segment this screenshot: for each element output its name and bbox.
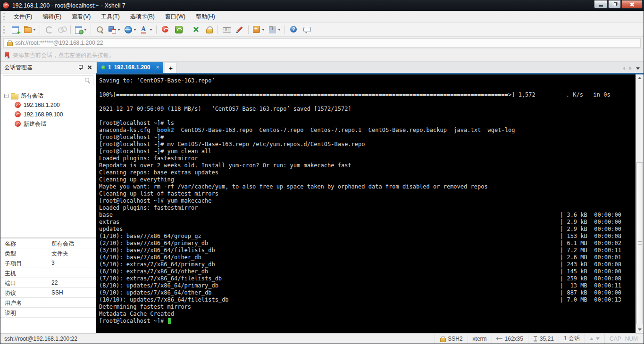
title-bar: 192.168.1.200 - root@localhost:~ - Xshel…	[0, 0, 644, 11]
arrow-down-icon[interactable]	[596, 337, 600, 340]
scroll-down-arrow-icon[interactable]	[636, 326, 644, 333]
status-cell-ssh2[interactable]: SSH2	[435, 334, 467, 344]
tab-scroll-right-icon[interactable]	[629, 66, 632, 70]
menu-item[interactable]: 选项卡(B)	[125, 11, 160, 23]
session-tree-item[interactable]: 192.168.99.100	[0, 110, 96, 119]
session-icon	[15, 102, 21, 108]
terminal[interactable]: Saving to: ‘CentOS7-Base-163.repo’100%[=…	[96, 74, 636, 333]
dropdown-caret-icon[interactable]	[134, 29, 136, 31]
folder-icon	[11, 93, 18, 99]
virtual-keyboard-button[interactable]	[220, 24, 233, 35]
restore-button[interactable]	[608, 0, 621, 8]
property-value	[47, 308, 96, 317]
session-icon	[15, 111, 21, 118]
hint-text: 要添加当前会话，点击左侧的箭头按钮。	[13, 51, 115, 59]
drag-grip-icon[interactable]	[3, 13, 5, 20]
property-label: 说明	[0, 308, 47, 317]
xshell-button[interactable]	[159, 24, 171, 35]
menu-item[interactable]: 查看(V)	[67, 11, 96, 23]
arrow-up-icon[interactable]	[590, 337, 594, 340]
property-label: 端口	[0, 278, 47, 287]
minimize-button[interactable]	[594, 0, 608, 8]
status-label: 1 会话	[564, 335, 580, 343]
disconnect-button[interactable]	[56, 24, 68, 35]
help-button[interactable]	[287, 24, 300, 35]
lock-icon	[205, 25, 213, 33]
session-search-input[interactable]	[6, 77, 84, 84]
menu-item[interactable]: 编辑(E)	[37, 11, 67, 23]
tab-192.168.1.200[interactable]: 1 192.168.1.200 ×	[97, 62, 163, 73]
terminal-line: Cleaning up everything	[99, 176, 636, 183]
session-tree-item[interactable]: 新建会话	[0, 119, 96, 129]
menu-item[interactable]: 窗口(W)	[160, 11, 191, 23]
fullscreen-button[interactable]	[190, 24, 202, 35]
tree-root-all-sessions[interactable]: 所有会话	[0, 91, 96, 100]
lock-screen-button[interactable]	[203, 24, 215, 35]
status-cell-162x35[interactable]: 162x35	[492, 334, 528, 344]
dropdown-caret-icon[interactable]	[278, 29, 281, 31]
dropdown-caret-icon[interactable]	[117, 29, 120, 31]
xftp-button[interactable]	[172, 24, 184, 35]
session-tree-item[interactable]: 192.168.1.200	[0, 100, 96, 110]
reconnect-button[interactable]	[42, 24, 55, 35]
tab-scroll-left-icon[interactable]	[623, 66, 625, 70]
encoding-button[interactable]	[123, 24, 138, 35]
session-label: 192.168.1.200	[24, 102, 60, 108]
property-label: 子项目	[0, 258, 47, 268]
address-input[interactable]: ssh://root:******@192.168.1.200:22	[3, 38, 641, 48]
open-sessions-button[interactable]	[22, 24, 37, 35]
tree-expander-icon[interactable]	[4, 94, 8, 98]
tab-index: 1	[108, 64, 111, 71]
tab-menu-icon[interactable]	[636, 67, 640, 70]
dropdown-caret-icon[interactable]	[84, 29, 87, 31]
property-row: 主机	[0, 268, 96, 278]
search-icon	[84, 77, 91, 83]
help-icon	[290, 25, 298, 33]
terminal-line: (4/10): base/7/x86_64/other_db| 2.6 MB 0…	[99, 254, 636, 261]
close-button[interactable]	[621, 0, 643, 8]
new-session-button[interactable]	[9, 24, 21, 35]
tile-windows-button[interactable]	[267, 24, 282, 35]
dropdown-caret-icon[interactable]	[262, 29, 265, 31]
status-cell-arrows[interactable]	[585, 334, 604, 344]
terminal-cursor	[168, 318, 171, 324]
feedback-icon	[303, 25, 311, 33]
property-label: 协议	[0, 288, 47, 297]
new-file-button[interactable]	[251, 24, 266, 35]
status-cell-xterm[interactable]: xterm	[468, 334, 492, 344]
terminal-line: (1/10): base/7/x86_64/group_gz| 153 kB 0…	[99, 233, 636, 240]
lock-icon	[7, 40, 12, 46]
drag-grip-icon[interactable]	[3, 26, 5, 33]
status-bar: ssh://root@192.168.1.200:22 SSH2xterm162…	[0, 333, 644, 344]
highlight-pen-button[interactable]	[234, 24, 246, 35]
session-search-box	[3, 75, 93, 85]
find-button[interactable]	[93, 24, 106, 35]
scroll-up-arrow-icon[interactable]	[636, 74, 644, 82]
terminal-line: Saving to: ‘CentOS7-Base-163.repo’	[99, 77, 636, 84]
dropdown-caret-icon[interactable]	[33, 29, 36, 31]
panel-close-icon[interactable]	[87, 65, 92, 70]
pin-icon[interactable]	[78, 65, 83, 70]
bookmark-flag-icon[interactable]	[5, 52, 9, 58]
dropdown-caret-icon[interactable]	[150, 29, 152, 31]
status-cell-35-21[interactable]: 35,21	[528, 334, 559, 344]
new-tab-button[interactable]: +	[165, 63, 176, 73]
fullscreen-icon	[192, 25, 200, 33]
tab-close-icon[interactable]: ×	[156, 64, 159, 71]
menu-item[interactable]: 工具(T)	[96, 11, 125, 23]
resize-icon	[497, 336, 502, 341]
terminal-line: base| 3.6 kB 00:00:00	[99, 212, 636, 219]
scrollbar-thumb[interactable]	[636, 162, 643, 324]
session-properties-button[interactable]	[73, 24, 88, 35]
menu-item[interactable]: 帮助(H)	[191, 11, 220, 23]
feedback-button[interactable]	[301, 24, 313, 35]
menu-item[interactable]: 文件(F)	[8, 11, 37, 23]
status-cell-1-[interactable]: 1 会话	[559, 334, 585, 344]
key-indicator-num: NUM	[625, 336, 638, 342]
session-label: 192.168.99.100	[24, 111, 63, 118]
property-value	[47, 268, 96, 278]
compose-pane-button[interactable]	[107, 24, 122, 35]
font-button[interactable]	[139, 24, 154, 35]
find-icon	[96, 25, 104, 33]
property-row: 名称所有会话	[0, 238, 96, 248]
